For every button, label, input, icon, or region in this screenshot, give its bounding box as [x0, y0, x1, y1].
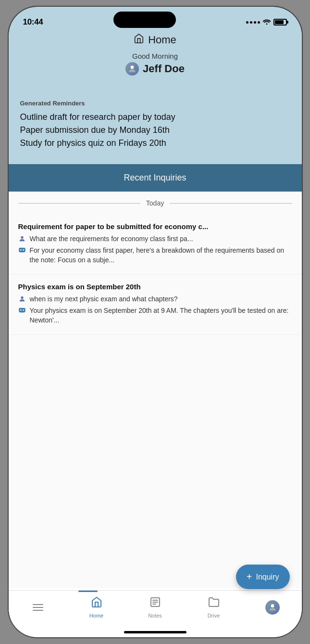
inquiry-ai-text-1: For your economy class first paper, here…	[30, 246, 292, 265]
tab-profile[interactable]	[243, 598, 302, 615]
header-section: Home Good Morning Jeff Doe	[9, 31, 302, 85]
home-title-row: Home	[18, 33, 292, 46]
tab-active-indicator	[78, 591, 98, 592]
screen-bottom: Home Notes	[9, 588, 302, 637]
reminder-item-1: Outline draft for research paper by toda…	[20, 111, 290, 124]
inquiry-user-message-1: What are the requirements for economy cl…	[18, 234, 292, 244]
reminder-item-2: Paper submission due by Monday 16th	[20, 124, 290, 137]
svg-point-7	[20, 309, 22, 311]
svg-point-1	[21, 236, 23, 239]
fab-plus-icon: +	[247, 571, 252, 582]
menu-icon	[33, 604, 43, 611]
svg-rect-6	[19, 308, 25, 312]
reminders-label: Generated Reminders	[20, 100, 290, 107]
dynamic-island	[113, 12, 176, 28]
battery-icon	[273, 19, 287, 26]
svg-point-4	[23, 249, 24, 251]
tab-drive[interactable]: Drive	[185, 594, 243, 618]
user-message-icon-1	[18, 235, 26, 244]
fab-label: Inquiry	[256, 573, 279, 581]
user-name: Jeff Doe	[143, 63, 185, 75]
home-indicator	[124, 631, 186, 633]
status-time: 10:44	[23, 17, 43, 27]
greeting-text: Good Morning	[18, 52, 292, 60]
reminder-item-3: Study for physics quiz on Fridays 20th	[20, 137, 290, 150]
phone-screen: 10:44	[9, 7, 302, 637]
main-content: Today Requirement for paper to be submit…	[9, 192, 302, 588]
ai-message-icon-1	[18, 246, 26, 256]
divider-line-left	[18, 203, 140, 204]
inquiry-fab-button[interactable]: + Inquiry	[236, 565, 290, 589]
notes-tab-label: Notes	[148, 613, 162, 618]
sidebar-item-menu[interactable]	[9, 602, 67, 611]
status-bar: 10:44	[9, 7, 302, 31]
status-icons	[246, 18, 287, 26]
inquiry-card-2[interactable]: Physics exam is on September 20th when i…	[9, 275, 302, 335]
drive-tab-icon	[208, 596, 220, 611]
inquiry-title-2: Physics exam is on September 20th	[18, 283, 292, 291]
phone-frame: 10:44	[9, 7, 302, 637]
recent-inquiries-text: Recent Inquiries	[124, 173, 186, 182]
home-tab-label: Home	[89, 613, 103, 618]
profile-avatar	[265, 600, 280, 615]
fab-container: + Inquiry	[236, 565, 290, 589]
ai-message-icon-2	[18, 307, 26, 316]
inquiry-title-1: Requirement for paper to be submitted fo…	[18, 222, 292, 231]
inquiry-user-text-2: when is my next physic exam and what cha…	[30, 295, 178, 304]
svg-point-3	[20, 249, 22, 251]
wifi-icon	[263, 18, 271, 26]
tab-home[interactable]: Home	[67, 594, 126, 618]
today-divider: Today	[9, 192, 302, 215]
svg-rect-2	[19, 248, 25, 252]
home-icon	[134, 33, 144, 46]
tab-bar: Home Notes	[9, 590, 302, 628]
inquiry-ai-message-2: Your physics exam is on September 20th a…	[18, 306, 292, 325]
reminders-section: Generated Reminders Outline draft for re…	[9, 85, 302, 164]
user-message-icon-2	[18, 295, 26, 304]
inquiry-user-message-2: when is my next physic exam and what cha…	[18, 295, 292, 304]
inquiry-user-text-1: What are the requirements for economy cl…	[30, 234, 193, 244]
drive-tab-label: Drive	[208, 613, 220, 618]
svg-point-8	[23, 309, 24, 311]
signal-dots-icon	[246, 21, 260, 24]
divider-line-right	[170, 203, 292, 204]
user-row: Jeff Doe	[18, 62, 292, 76]
svg-point-5	[21, 296, 23, 299]
notes-tab-icon	[149, 596, 161, 611]
recent-inquiries-banner[interactable]: Recent Inquiries	[9, 164, 302, 192]
inquiry-card-1[interactable]: Requirement for paper to be submitted fo…	[9, 215, 302, 275]
today-label: Today	[146, 199, 164, 207]
home-tab-icon	[91, 596, 102, 611]
inquiry-ai-text-2: Your physics exam is on September 20th a…	[30, 306, 292, 325]
inquiry-ai-message-1: For your economy class first paper, here…	[18, 246, 292, 265]
tab-notes[interactable]: Notes	[126, 594, 185, 618]
user-avatar-small	[125, 62, 139, 76]
svg-point-0	[131, 65, 134, 69]
page-title: Home	[148, 34, 176, 46]
svg-point-13	[271, 604, 274, 607]
